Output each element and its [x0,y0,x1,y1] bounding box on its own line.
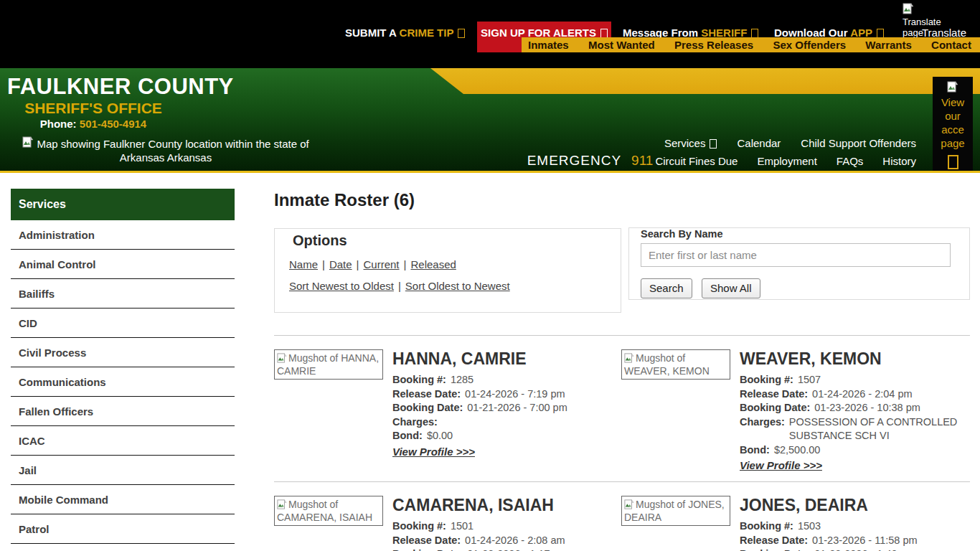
field-label-booking-date: Booking Date: [740,401,810,415]
view-profile-link[interactable]: View Profile >>> [740,459,822,471]
option-link-sort-oldest-to-newest[interactable]: Sort Oldest to Newest [405,280,510,292]
sidebar-item-civil-process[interactable]: Civil Process [11,338,235,367]
field-label-booking-date: Booking Date: [740,547,810,551]
search-buttons-row: Search Show All [641,278,767,298]
goldnav-item-warrants[interactable]: Warrants [865,39,911,51]
missing-glyph-icon [948,155,958,169]
goldnav-item-contact[interactable]: Contact [931,39,971,51]
goldnav-item-most-wanted[interactable]: Most Wanted [588,39,655,51]
broken-image-icon [947,81,958,93]
inmate-details: CAMARENA, ISAIAHBooking #:1501Release Da… [392,496,618,551]
sidebar-item-fallen-officers[interactable]: Fallen Officers [11,397,235,426]
broken-image-icon [624,499,634,509]
sidebar-item-mobile-command[interactable]: Mobile Command [11,485,235,514]
emergency-number: 911 [631,153,653,169]
field-label-release-date: Release Date: [392,534,461,548]
option-link-current[interactable]: Current [364,258,400,270]
field-value-booking-date: 01-23-2026 - 10:38 pm [814,401,920,415]
goldnav-item-inmates[interactable]: Inmates [528,39,569,51]
inmate-name-link[interactable]: CAMARENA, ISAIAH [392,496,618,515]
sidebar-item-photos[interactable]: Photos [11,544,235,551]
broken-image-icon [22,136,34,148]
field-label-booking-date: Booking Date: [392,401,463,415]
search-panel: Search By Name Search Show All [628,227,970,300]
missing-glyph-icon [458,29,465,38]
header-nav-faqs[interactable]: FAQs [837,155,864,167]
emergency-label: EMERGENCY [527,153,621,169]
header-nav-history[interactable]: History [882,155,916,167]
search-button[interactable]: Search [641,278,692,298]
filter-links-row: Name|Date|Current|Released [289,258,621,270]
field-label-charges: Charges: [740,415,785,443]
header-nav-child-support-offenders[interactable]: Child Support Offenders [801,137,916,149]
sidebar-item-cid[interactable]: CID [11,309,235,338]
site-title-office: SHERIFF'S OFFICE [0,100,187,117]
field-label-booking-number: Booking #: [740,519,793,534]
inmate-field-booking-number: Booking #:1285 [392,373,618,387]
link-separator: | [398,280,401,292]
field-label-bond: Bond: [740,443,770,458]
search-by-name-label: Search By Name [641,228,722,240]
inmate-name-link[interactable]: JONES, DEAIRA [740,496,966,515]
field-label-release-date: Release Date: [740,387,808,402]
mugshot-alt-text: Mugshot of WEAVER, KEMON [624,352,710,377]
sidebar-item-animal-control[interactable]: Animal Control [11,250,235,279]
submit-crime-tip-prefix: SUBMIT A [345,27,396,39]
sidebar-item-icac[interactable]: ICAC [11,426,235,456]
inmate-field-booking-date: Booking Date:01-23-2026 - 1:40 pm [740,547,966,551]
field-value-booking-date: 01-23-2026 - 1:17 pm [467,547,567,551]
sidebar-header-services: Services [11,189,235,220]
option-link-name[interactable]: Name [289,258,318,270]
header-nav-services[interactable]: Services [664,137,717,149]
inmate-field-bond: Bond:$0.00 [392,429,618,443]
phone-line: Phone: 501-450-4914 [0,118,187,130]
sidebar-item-jail[interactable]: Jail [11,456,235,485]
option-link-date[interactable]: Date [329,258,352,270]
goldnav-item-press-releases[interactable]: Press Releases [674,39,753,51]
mugshot-alt-text: Mugshot of JONES, DEAIRA [624,499,725,523]
field-value-release-date: 01-24-2026 - 2:04 pm [812,387,912,402]
sidebar-item-communications[interactable]: Communications [11,367,235,397]
inmate-field-booking-number: Booking #:1507 [740,373,966,387]
submit-crime-tip-link[interactable]: SUBMIT A CRIME TIP [345,27,465,39]
page-title-inmate-roster: Inmate Roster (6) [274,190,415,210]
inmate-details: HANNA, CAMRIEBooking #:1285Release Date:… [392,349,618,458]
field-value-bond: $2,500.00 [774,443,821,458]
link-separator: | [322,258,325,270]
field-label-booking-number: Booking #: [392,373,446,387]
field-label-booking-number: Booking #: [392,519,446,534]
phone-number-link[interactable]: 501-450-4914 [80,118,146,130]
inmate-field-booking-date: Booking Date:01-23-2026 - 1:17 pm [392,547,618,551]
inmate-field-booking-number: Booking #:1503 [740,519,966,534]
options-title: Options [293,232,621,249]
broken-image-icon [624,353,634,363]
site-title-county: FAULKNER COUNTY [7,74,234,100]
inmate-name-link[interactable]: WEAVER, KEMON [740,349,966,369]
view-profile-link[interactable]: View Profile >>> [392,446,475,458]
show-all-button[interactable]: Show All [702,278,760,298]
sidebar-item-administration[interactable]: Administration [11,220,235,250]
field-value-booking-date: 01-23-2026 - 1:40 pm [814,547,914,551]
field-label-booking-date: Booking Date: [392,547,463,551]
option-link-sort-newest-to-oldest[interactable]: Sort Newest to Oldest [289,280,394,292]
header-nav-row-2: EMERGENCY 911 Circuit Fines DueEmploymen… [527,153,916,169]
gold-banner-stripe [430,68,980,94]
inmate-card: Mugshot of WEAVER, KEMONWEAVER, KEMONBoo… [621,349,966,472]
header-nav-employment[interactable]: Employment [757,155,816,167]
search-input[interactable] [641,243,951,267]
inmate-field-release-date: Release Date:01-24-2026 - 2:04 pm [740,387,966,402]
field-value-booking-number: 1503 [798,519,821,534]
top-utility-bar: SUBMIT A CRIME TIP SIGN UP FOR ALERTS Me… [0,0,980,68]
header-nav-circuit-fines-due[interactable]: Circuit Fines Due [655,155,738,167]
inmate-field-release-date: Release Date:01-23-2026 - 11:58 pm [740,534,966,548]
header-nav-calendar[interactable]: Calendar [737,137,781,149]
sidebar-item-bailiffs[interactable]: Bailiffs [11,279,235,309]
sidebar-item-patrol[interactable]: Patrol [11,514,235,544]
goldnav-item-sex-offenders[interactable]: Sex Offenders [773,39,846,51]
field-value-release-date: 01-23-2026 - 11:58 pm [812,534,917,548]
field-label-release-date: Release Date: [740,534,808,548]
inmate-field-release-date: Release Date:01-24-2026 - 2:08 am [392,534,618,548]
accessibility-widget[interactable]: View our acce page [933,77,973,172]
inmate-name-link[interactable]: HANNA, CAMRIE [392,349,618,369]
option-link-released[interactable]: Released [410,258,456,270]
